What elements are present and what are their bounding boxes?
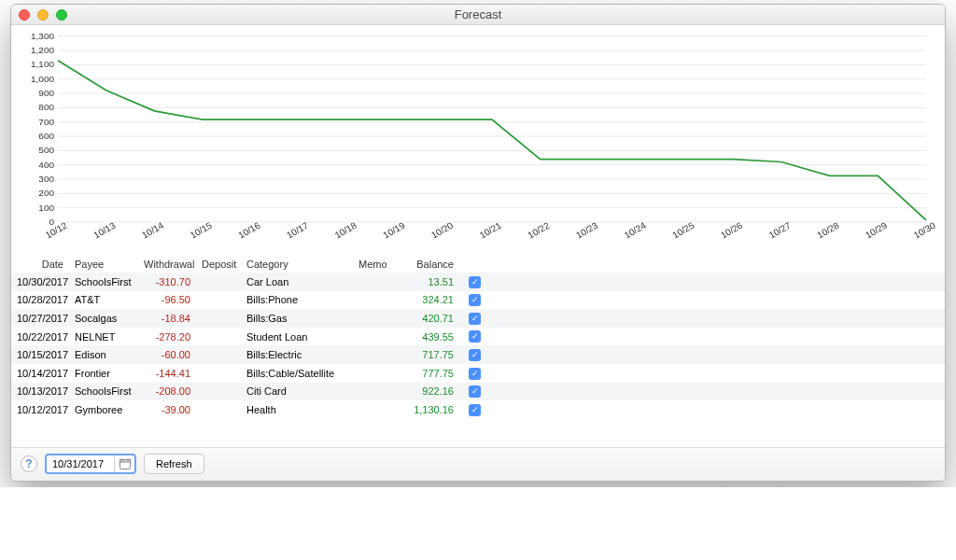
cell-withdrawal: -96.50 bbox=[138, 291, 196, 310]
cell-date: 10/30/2017 bbox=[11, 273, 69, 291]
cell-memo bbox=[353, 273, 403, 291]
cell-check: ✓ bbox=[459, 345, 480, 364]
svg-text:500: 500 bbox=[38, 145, 54, 155]
cell-date: 10/12/2017 bbox=[11, 400, 69, 419]
cell-balance: 324.21 bbox=[403, 291, 459, 310]
cell-payee: AT&T bbox=[69, 291, 138, 310]
svg-text:10/18: 10/18 bbox=[333, 220, 359, 241]
cell-memo bbox=[353, 383, 403, 401]
cell-check: ✓ bbox=[459, 328, 480, 346]
svg-text:10/28: 10/28 bbox=[815, 220, 841, 241]
svg-text:10/16: 10/16 bbox=[236, 220, 262, 241]
cell-memo bbox=[353, 400, 403, 419]
titlebar: Forecast bbox=[11, 5, 945, 25]
cell-category: Car Loan bbox=[241, 273, 353, 291]
svg-text:10/14: 10/14 bbox=[140, 220, 166, 241]
window-controls bbox=[19, 9, 67, 21]
cell-payee: SchoolsFirst bbox=[69, 273, 138, 291]
table-row[interactable]: 10/13/2017SchoolsFirst-208.00Citi Card92… bbox=[11, 383, 945, 401]
check-icon: ✓ bbox=[469, 349, 481, 361]
cell-deposit bbox=[196, 273, 241, 291]
cell-date: 10/14/2017 bbox=[11, 364, 69, 383]
table-row[interactable]: 10/15/2017Edison-60.00Bills:Electric717.… bbox=[11, 345, 945, 364]
col-balance[interactable]: Balance bbox=[403, 257, 459, 273]
cell-withdrawal: -39.00 bbox=[138, 400, 196, 419]
svg-text:1,200: 1,200 bbox=[31, 45, 54, 55]
minimize-icon[interactable] bbox=[37, 9, 49, 21]
transactions-table: Date Payee Withdrawal Deposit Category M… bbox=[11, 257, 945, 419]
cell-balance: 1,130.16 bbox=[403, 400, 459, 419]
footer-bar: ? Refresh bbox=[11, 447, 945, 481]
svg-text:10/22: 10/22 bbox=[526, 220, 551, 241]
svg-text:700: 700 bbox=[38, 117, 54, 127]
table-row[interactable]: 10/30/2017SchoolsFirst-310.70Car Loan13.… bbox=[11, 273, 945, 291]
svg-text:10/26: 10/26 bbox=[719, 220, 745, 241]
refresh-button[interactable]: Refresh bbox=[144, 454, 204, 474]
cell-memo bbox=[353, 291, 403, 310]
table-row[interactable]: 10/14/2017Frontier-144.41Bills:Cable/Sat… bbox=[11, 364, 945, 383]
table-row[interactable]: 10/28/2017AT&T-96.50Bills:Phone324.21✓ bbox=[11, 291, 945, 310]
cell-category: Bills:Cable/Satellite bbox=[241, 364, 353, 383]
col-payee[interactable]: Payee bbox=[69, 257, 138, 273]
cell-balance: 777.75 bbox=[403, 364, 459, 383]
table-row[interactable]: 10/22/2017NELNET-278.20Student Loan439.5… bbox=[11, 328, 945, 346]
cell-date: 10/28/2017 bbox=[11, 291, 69, 310]
cell-deposit bbox=[196, 345, 241, 364]
cell-memo bbox=[353, 345, 403, 364]
cell-payee: Edison bbox=[69, 345, 138, 364]
svg-text:400: 400 bbox=[38, 160, 54, 170]
cell-deposit bbox=[196, 364, 241, 383]
col-date[interactable]: Date bbox=[11, 257, 69, 273]
svg-text:10/20: 10/20 bbox=[429, 220, 456, 241]
cell-balance: 439.55 bbox=[403, 328, 459, 346]
cell-withdrawal: -18.84 bbox=[138, 309, 196, 328]
check-icon: ✓ bbox=[469, 404, 481, 416]
cell-payee: Frontier bbox=[69, 364, 138, 383]
svg-text:100: 100 bbox=[38, 203, 54, 213]
col-category[interactable]: Category bbox=[241, 257, 353, 273]
forecast-date-field[interactable] bbox=[45, 454, 136, 474]
calendar-icon[interactable] bbox=[114, 455, 134, 472]
close-icon[interactable] bbox=[19, 9, 30, 21]
cell-category: Student Loan bbox=[241, 328, 353, 346]
cell-memo bbox=[353, 309, 403, 328]
svg-text:600: 600 bbox=[38, 131, 54, 141]
svg-text:10/30: 10/30 bbox=[912, 220, 935, 241]
cell-date: 10/15/2017 bbox=[11, 345, 69, 364]
cell-deposit bbox=[196, 309, 241, 328]
cell-memo bbox=[353, 364, 403, 383]
col-memo[interactable]: Memo bbox=[353, 257, 403, 273]
table-row[interactable]: 10/27/2017Socalgas-18.84Bills:Gas420.71✓ bbox=[11, 309, 945, 328]
svg-text:1,300: 1,300 bbox=[31, 31, 54, 41]
check-icon: ✓ bbox=[469, 368, 481, 380]
cell-withdrawal: -278.20 bbox=[138, 328, 196, 346]
col-withdrawal[interactable]: Withdrawal bbox=[138, 257, 196, 273]
check-icon: ✓ bbox=[469, 276, 481, 288]
check-icon: ✓ bbox=[469, 385, 481, 398]
table-row[interactable]: 10/12/2017Gymboree-39.00Health1,130.16✓ bbox=[11, 400, 945, 419]
cell-deposit bbox=[196, 400, 241, 419]
zoom-icon[interactable] bbox=[56, 9, 67, 21]
app-window: Forecast 01002003004005006007008009001,0… bbox=[10, 4, 946, 482]
svg-text:10/12: 10/12 bbox=[44, 220, 69, 241]
cell-deposit bbox=[196, 291, 241, 310]
cell-payee: Gymboree bbox=[69, 400, 138, 419]
help-icon[interactable]: ? bbox=[21, 455, 37, 472]
svg-text:10/19: 10/19 bbox=[381, 220, 407, 241]
svg-text:10/17: 10/17 bbox=[285, 220, 310, 241]
forecast-date-input[interactable] bbox=[47, 458, 114, 469]
svg-text:10/15: 10/15 bbox=[189, 220, 215, 241]
svg-text:10/13: 10/13 bbox=[91, 220, 118, 241]
forecast-chart: 01002003004005006007008009001,0001,1001,… bbox=[11, 25, 945, 257]
svg-text:900: 900 bbox=[38, 88, 54, 98]
check-icon: ✓ bbox=[469, 313, 481, 325]
cell-check: ✓ bbox=[459, 291, 480, 310]
cell-balance: 922.16 bbox=[403, 383, 459, 401]
col-deposit[interactable]: Deposit bbox=[196, 257, 241, 273]
cell-balance: 420.71 bbox=[403, 309, 459, 328]
cell-category: Bills:Gas bbox=[241, 309, 353, 328]
svg-rect-48 bbox=[120, 460, 130, 463]
cell-withdrawal: -310.70 bbox=[138, 273, 196, 291]
svg-text:10/24: 10/24 bbox=[623, 220, 649, 241]
cell-withdrawal: -60.00 bbox=[138, 345, 196, 364]
